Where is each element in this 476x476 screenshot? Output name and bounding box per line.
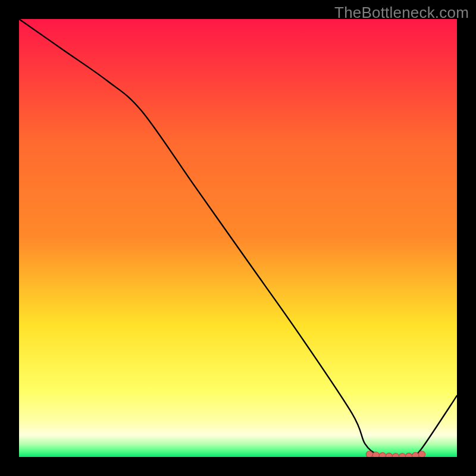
marker-dot bbox=[386, 453, 392, 457]
marker-dot bbox=[372, 452, 379, 457]
marker-dot bbox=[406, 453, 412, 457]
chart-container: TheBottleneck.com bbox=[0, 0, 476, 476]
marker-dot bbox=[392, 453, 399, 457]
marker-dot bbox=[366, 451, 372, 457]
marker-dot bbox=[379, 453, 386, 457]
plot-area bbox=[19, 19, 457, 457]
gradient-background bbox=[19, 19, 457, 457]
watermark-text: TheBottleneck.com bbox=[334, 4, 469, 22]
marker-dot bbox=[419, 451, 425, 457]
plot-svg bbox=[19, 19, 457, 457]
marker-dot bbox=[399, 453, 405, 457]
marker-dot bbox=[412, 452, 419, 457]
